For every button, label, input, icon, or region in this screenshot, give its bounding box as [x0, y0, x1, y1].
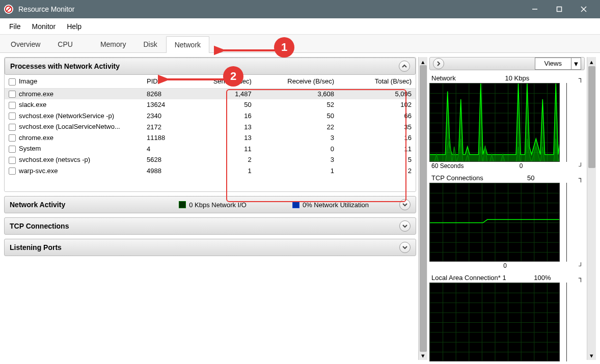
table-row[interactable]: warp-svc.exe4988112: [5, 165, 416, 177]
chart-canvas: [429, 83, 560, 162]
processes-table: Image PID Send (B/sec) Receive (B/sec) T…: [5, 75, 416, 176]
tab-network[interactable]: Network: [166, 36, 209, 53]
processes-header[interactable]: Processes with Network Activity: [5, 58, 416, 75]
chart-block: TCP Connections50┐ 0┘: [429, 173, 585, 270]
table-row[interactable]: System411011: [5, 143, 416, 154]
row-checkbox[interactable]: [9, 102, 16, 109]
expand-ports-button[interactable]: [399, 242, 411, 253]
menu-monitor[interactable]: Monitor: [27, 20, 61, 33]
chart-title: Local Area Connection* 1: [431, 274, 506, 282]
network-util-stat: 0% Network Utilization: [303, 201, 369, 209]
charts-header: Views ▼: [429, 57, 585, 70]
expand-activity-button[interactable]: [399, 199, 411, 210]
table-row[interactable]: svchost.exe (LocalServiceNetwo...2172132…: [5, 121, 416, 132]
scroll-down-icon[interactable]: ▾: [420, 352, 427, 359]
window-title: Resource Monitor: [18, 5, 523, 13]
row-checkbox[interactable]: [9, 124, 16, 131]
row-checkbox[interactable]: [9, 167, 16, 175]
chart-scale: 100%: [534, 274, 551, 282]
maximize-button[interactable]: [547, 0, 571, 18]
svg-rect-3: [557, 7, 562, 12]
table-row[interactable]: chrome.exe82681,4873,6085,095: [5, 88, 416, 99]
row-checkbox[interactable]: [9, 91, 16, 98]
col-total[interactable]: Total (B/sec): [338, 75, 416, 88]
close-button[interactable]: [571, 0, 596, 18]
row-checkbox[interactable]: [9, 134, 16, 142]
expand-tcp-button[interactable]: [399, 220, 411, 232]
svg-rect-6: [179, 201, 186, 208]
network-io-icon: [179, 201, 186, 208]
tcp-header[interactable]: TCP Connections: [4, 217, 416, 235]
ports-title: Listening Ports: [10, 243, 62, 251]
network-activity-header[interactable]: Network Activity 0 Kbps Network I/O 0% N…: [4, 196, 416, 213]
views-label: Views: [535, 58, 571, 69]
tab-disk[interactable]: Disk: [134, 36, 166, 52]
menu-help[interactable]: Help: [62, 20, 87, 33]
svg-rect-7: [292, 201, 299, 208]
network-io-stat: 0 Kbps Network I/O: [189, 201, 247, 209]
col-receive[interactable]: Receive (B/sec): [256, 75, 338, 88]
col-send[interactable]: Send (B/sec): [184, 75, 256, 88]
network-activity-title: Network Activity: [10, 201, 65, 209]
col-pid[interactable]: PID: [143, 75, 184, 88]
views-button[interactable]: Views ▼: [535, 58, 581, 70]
right-scrollbar[interactable]: ▴ ▾: [587, 57, 596, 360]
collapse-processes-button[interactable]: [399, 61, 410, 72]
svg-line-1: [7, 8, 11, 11]
chart-scale: 50: [527, 174, 534, 182]
chart-canvas: [429, 283, 560, 361]
titlebar: Resource Monitor: [0, 0, 600, 18]
left-scrollbar[interactable]: ▴ ▾: [418, 57, 427, 360]
tab-overview[interactable]: Overview: [2, 36, 49, 52]
charts-collapse-button[interactable]: [433, 58, 444, 69]
chart-canvas: [429, 183, 560, 262]
tcp-title: TCP Connections: [10, 222, 69, 230]
row-checkbox[interactable]: [9, 113, 16, 120]
row-checkbox[interactable]: [9, 146, 16, 153]
scroll-down-icon[interactable]: ▾: [588, 352, 595, 359]
chart-title: Network: [431, 74, 456, 82]
scroll-up-icon[interactable]: ▴: [588, 58, 595, 65]
chart-xlegend: 60 Seconds: [431, 162, 463, 170]
processes-title: Processes with Network Activity: [10, 62, 120, 70]
row-checkbox[interactable]: [9, 157, 16, 164]
chart-block: Network10 Kbps┐ 60 Seconds0┘: [429, 73, 585, 170]
select-all-checkbox[interactable]: [9, 78, 16, 86]
table-row[interactable]: svchost.exe (netsvcs -p)5628235: [5, 154, 416, 165]
table-row[interactable]: slack.exe136245052102: [5, 99, 416, 110]
app-icon: [4, 5, 13, 14]
scroll-up-icon[interactable]: ▴: [420, 58, 427, 65]
chart-title: TCP Connections: [431, 174, 483, 182]
chart-min: 0: [520, 162, 523, 170]
table-row[interactable]: chrome.exe1118813316: [5, 132, 416, 144]
col-image[interactable]: Image: [19, 77, 37, 85]
minimize-button[interactable]: [523, 0, 547, 18]
table-row[interactable]: svchost.exe (NetworkService -p)234016506…: [5, 110, 416, 122]
tab-cpu[interactable]: CPU: [49, 36, 81, 52]
tabbar: Overview CPU Memory Disk Network: [0, 35, 600, 53]
processes-section: Processes with Network Activity Image PI…: [4, 57, 416, 192]
ports-header[interactable]: Listening Ports: [4, 239, 416, 256]
menu-file[interactable]: File: [4, 20, 26, 33]
views-dropdown-icon[interactable]: ▼: [571, 60, 581, 68]
menubar: File Monitor Help: [0, 18, 600, 35]
network-util-icon: [292, 201, 299, 208]
chart-scale: 10 Kbps: [505, 74, 529, 82]
chart-min: 0: [503, 262, 507, 269]
chart-block: Local Area Connection* 1100%┐: [429, 273, 585, 361]
tab-memory[interactable]: Memory: [92, 36, 135, 52]
